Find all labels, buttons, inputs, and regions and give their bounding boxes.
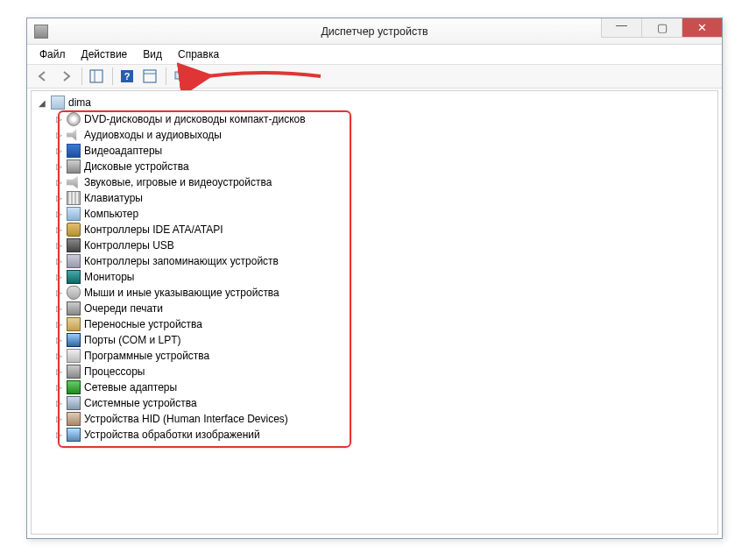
disk-drives-icon — [67, 159, 81, 174]
tree-item-mice-pointing[interactable]: ▷Мыши и иные указывающие устройства — [54, 285, 717, 301]
close-button[interactable]: ✕ — [682, 18, 722, 38]
svg-rect-0 — [90, 70, 102, 82]
expand-icon[interactable]: ▷ — [54, 383, 63, 392]
menu-file[interactable]: Файл — [32, 46, 73, 62]
back-button[interactable] — [32, 66, 53, 87]
expand-icon[interactable]: ▷ — [54, 209, 63, 218]
tree-item-label: DVD-дисководы и дисководы компакт-дисков — [84, 113, 306, 125]
expand-icon[interactable]: ▷ — [54, 415, 63, 423]
toolbar: ? — [27, 64, 722, 89]
expand-icon[interactable]: ▷ — [54, 257, 63, 266]
collapse-icon[interactable]: ◢ — [37, 98, 47, 108]
expand-icon[interactable]: ▷ — [54, 273, 63, 281]
expand-icon[interactable]: ▷ — [54, 146, 63, 155]
expand-icon[interactable]: ▷ — [54, 225, 63, 234]
tree-item-label: Мониторы — [84, 271, 134, 283]
mice-pointing-icon — [67, 286, 81, 300]
device-manager-window: Диспетчер устройств — ▢ ✕ Файл Действие … — [26, 18, 723, 539]
menu-help[interactable]: Справка — [171, 46, 226, 62]
tree-item-label: Мыши и иные указывающие устройства — [84, 287, 279, 299]
expand-icon[interactable]: ▷ — [54, 336, 63, 344]
network-adapters-icon — [67, 380, 81, 394]
tree-item-label: Сетевые адаптеры — [84, 381, 177, 393]
monitors-icon — [67, 270, 81, 284]
tree-item-storage-controllers[interactable]: ▷Контроллеры запоминающих устройств — [54, 253, 717, 269]
svg-rect-4 — [144, 70, 156, 82]
display-adapters-icon — [67, 144, 81, 158]
show-hide-tree-button[interactable] — [86, 66, 107, 87]
expand-icon[interactable]: ▷ — [54, 320, 63, 329]
expand-icon[interactable]: ▷ — [54, 241, 63, 250]
root-label: dima — [68, 96, 91, 109]
toolbar-separator — [112, 67, 113, 85]
expand-icon[interactable]: ▷ — [54, 351, 63, 360]
tree-item-label: Контроллеры IDE ATA/ATAPI — [84, 223, 223, 236]
tree-item-label: Клавиатуры — [84, 192, 143, 204]
expand-icon[interactable]: ▷ — [54, 304, 63, 313]
menu-bar: Файл Действие Вид Справка — [27, 45, 722, 64]
tree-item-hid-devices[interactable]: ▷Устройства HID (Human Interface Devices… — [54, 411, 717, 427]
tree-root-node[interactable]: ◢ dima — [37, 95, 717, 110]
tree-item-label: Дисковые устройства — [84, 160, 189, 173]
device-tree[interactable]: ◢ dima ▷DVD-дисководы и дисководы компак… — [31, 90, 718, 535]
tree-item-portable-devices[interactable]: ▷Переносные устройства — [54, 316, 717, 332]
expand-icon[interactable]: ▷ — [54, 430, 63, 439]
software-devices-icon — [67, 349, 81, 363]
imaging-devices-icon — [67, 428, 81, 442]
keyboards-icon — [67, 191, 81, 205]
tree-item-ports-com-lpt[interactable]: ▷Порты (COM и LPT) — [54, 332, 717, 348]
properties-button[interactable] — [139, 66, 160, 87]
expand-icon[interactable]: ▷ — [54, 178, 63, 187]
help-button[interactable]: ? — [117, 66, 138, 87]
tree-item-label: Аудиовходы и аудиовыходы — [84, 129, 222, 141]
tree-item-label: Контроллеры USB — [84, 239, 174, 252]
tree-item-label: Видеоадаптеры — [84, 145, 162, 157]
expand-icon[interactable]: ▷ — [54, 115, 63, 124]
tree-item-network-adapters[interactable]: ▷Сетевые адаптеры — [54, 379, 717, 395]
ports-com-lpt-icon — [67, 333, 81, 347]
processors-icon — [67, 365, 81, 379]
expand-icon[interactable]: ▷ — [54, 131, 63, 139]
print-queues-icon — [67, 301, 81, 315]
tree-item-monitors[interactable]: ▷Мониторы — [54, 269, 717, 285]
usb-controllers-icon — [67, 238, 81, 252]
computer-icon — [51, 96, 65, 110]
tree-item-label: Звуковые, игровые и видеоустройства — [84, 176, 272, 188]
scan-hardware-button[interactable] — [170, 66, 191, 87]
expand-icon[interactable]: ▷ — [54, 288, 63, 297]
hid-devices-icon — [67, 412, 81, 426]
maximize-button[interactable]: ▢ — [641, 18, 682, 38]
tree-item-imaging-devices[interactable]: ▷Устройства обработки изображений — [54, 427, 717, 443]
ide-controllers-icon — [67, 223, 81, 237]
tree-item-audio-io[interactable]: ▷Аудиовходы и аудиовыходы — [54, 127, 717, 143]
tree-item-disk-drives[interactable]: ▷Дисковые устройства — [54, 159, 717, 174]
expand-icon[interactable]: ▷ — [54, 367, 63, 376]
tree-item-label: Устройства обработки изображений — [84, 429, 260, 441]
expand-icon[interactable]: ▷ — [54, 194, 63, 202]
tree-item-label: Процессоры — [84, 365, 145, 378]
tree-item-dvd-drives[interactable]: ▷DVD-дисководы и дисководы компакт-диско… — [54, 111, 717, 127]
tree-item-processors[interactable]: ▷Процессоры — [54, 364, 717, 379]
expand-icon[interactable]: ▷ — [54, 162, 63, 171]
tree-item-usb-controllers[interactable]: ▷Контроллеры USB — [54, 237, 717, 253]
expand-icon[interactable]: ▷ — [54, 399, 63, 408]
tree-item-display-adapters[interactable]: ▷Видеоадаптеры — [54, 143, 717, 159]
tree-item-keyboards[interactable]: ▷Клавиатуры — [54, 190, 717, 206]
storage-controllers-icon — [67, 254, 81, 268]
tree-item-system-devices[interactable]: ▷Системные устройства — [54, 395, 717, 411]
toolbar-separator — [166, 67, 166, 85]
tree-item-software-devices[interactable]: ▷Программные устройства — [54, 348, 717, 364]
titlebar: Диспетчер устройств — ▢ ✕ — [27, 18, 722, 45]
tree-item-print-queues[interactable]: ▷Очереди печати — [54, 301, 717, 316]
menu-action[interactable]: Действие — [74, 46, 135, 62]
tree-item-label: Контроллеры запоминающих устройств — [84, 255, 279, 267]
tree-item-sound-game-video[interactable]: ▷Звуковые, игровые и видеоустройства — [54, 174, 717, 190]
forward-button[interactable] — [55, 66, 76, 87]
tree-item-computer[interactable]: ▷Компьютер — [54, 206, 717, 222]
dvd-drives-icon — [67, 112, 81, 126]
tree-item-label: Переносные устройства — [84, 318, 202, 330]
annotation-arrow — [202, 67, 325, 85]
minimize-button[interactable]: — — [601, 18, 641, 38]
menu-view[interactable]: Вид — [136, 46, 169, 62]
tree-item-ide-controllers[interactable]: ▷Контроллеры IDE ATA/ATAPI — [54, 222, 717, 237]
